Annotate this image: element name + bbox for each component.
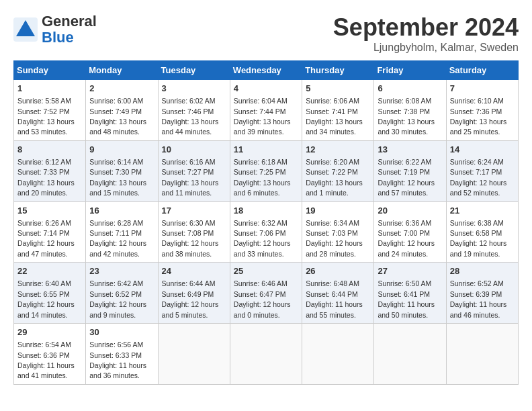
calendar-day-cell: 11Sunrise: 6:18 AM Sunset: 7:25 PM Dayli…	[230, 140, 302, 201]
day-of-week-tuesday: Tuesday	[158, 61, 230, 80]
day-number: 19	[306, 205, 370, 217]
day-info: Sunrise: 6:50 AM Sunset: 6:41 PM Dayligh…	[378, 279, 435, 318]
day-info: Sunrise: 6:44 AM Sunset: 6:49 PM Dayligh…	[162, 279, 219, 318]
calendar-day-cell: 16Sunrise: 6:28 AM Sunset: 7:11 PM Dayli…	[86, 201, 158, 263]
day-info: Sunrise: 6:54 AM Sunset: 6:36 PM Dayligh…	[17, 340, 75, 379]
calendar-day-cell	[302, 324, 374, 385]
calendar-day-cell: 17Sunrise: 6:30 AM Sunset: 7:08 PM Dayli…	[158, 201, 230, 263]
day-of-week-wednesday: Wednesday	[230, 61, 302, 80]
day-info: Sunrise: 6:10 AM Sunset: 7:36 PM Dayligh…	[450, 97, 507, 136]
day-info: Sunrise: 6:24 AM Sunset: 7:17 PM Dayligh…	[450, 158, 507, 197]
calendar-day-cell: 22Sunrise: 6:40 AM Sunset: 6:55 PM Dayli…	[14, 263, 86, 324]
day-info: Sunrise: 5:58 AM Sunset: 7:52 PM Dayligh…	[17, 97, 75, 136]
day-number: 29	[17, 326, 82, 338]
calendar-week-row: 8Sunrise: 6:12 AM Sunset: 7:33 PM Daylig…	[14, 140, 519, 201]
day-number: 9	[89, 144, 154, 156]
day-info: Sunrise: 6:30 AM Sunset: 7:08 PM Dayligh…	[162, 219, 219, 258]
calendar-week-row: 1Sunrise: 5:58 AM Sunset: 7:52 PM Daylig…	[14, 80, 519, 141]
calendar-table: SundayMondayTuesdayWednesdayThursdayFrid…	[13, 60, 519, 385]
calendar-day-cell: 19Sunrise: 6:34 AM Sunset: 7:03 PM Dayli…	[302, 201, 374, 263]
calendar-day-cell	[446, 324, 518, 385]
day-info: Sunrise: 6:26 AM Sunset: 7:14 PM Dayligh…	[17, 219, 75, 258]
day-number: 28	[450, 265, 515, 277]
day-info: Sunrise: 6:18 AM Sunset: 7:25 PM Dayligh…	[234, 158, 291, 197]
day-info: Sunrise: 6:08 AM Sunset: 7:38 PM Dayligh…	[378, 97, 435, 136]
location: Ljungbyholm, Kalmar, Sweden	[333, 42, 519, 54]
calendar-day-cell: 28Sunrise: 6:52 AM Sunset: 6:39 PM Dayli…	[446, 263, 518, 324]
calendar-day-cell: 27Sunrise: 6:50 AM Sunset: 6:41 PM Dayli…	[374, 263, 446, 324]
page-header: General Blue September 2024 Ljungbyholm,…	[13, 13, 519, 54]
day-number: 3	[162, 83, 226, 95]
day-number: 18	[234, 205, 298, 217]
day-number: 20	[378, 205, 442, 217]
day-number: 17	[162, 205, 226, 217]
day-number: 24	[162, 265, 226, 277]
calendar-day-cell: 26Sunrise: 6:48 AM Sunset: 6:44 PM Dayli…	[302, 263, 374, 324]
day-info: Sunrise: 6:12 AM Sunset: 7:33 PM Dayligh…	[17, 158, 75, 197]
day-info: Sunrise: 6:38 AM Sunset: 6:58 PM Dayligh…	[450, 219, 507, 258]
calendar-week-row: 15Sunrise: 6:26 AM Sunset: 7:14 PM Dayli…	[14, 201, 519, 263]
calendar-day-cell: 7Sunrise: 6:10 AM Sunset: 7:36 PM Daylig…	[446, 80, 518, 141]
calendar-day-cell: 6Sunrise: 6:08 AM Sunset: 7:38 PM Daylig…	[374, 80, 446, 141]
day-number: 22	[17, 265, 82, 277]
day-info: Sunrise: 6:16 AM Sunset: 7:27 PM Dayligh…	[162, 158, 219, 197]
day-info: Sunrise: 6:36 AM Sunset: 7:00 PM Dayligh…	[378, 219, 435, 258]
day-number: 27	[378, 265, 442, 277]
day-number: 12	[306, 144, 370, 156]
calendar-day-cell	[158, 324, 230, 385]
day-number: 13	[378, 144, 442, 156]
day-info: Sunrise: 6:06 AM Sunset: 7:41 PM Dayligh…	[306, 97, 363, 136]
calendar-header-row: SundayMondayTuesdayWednesdayThursdayFrid…	[14, 61, 519, 80]
calendar-day-cell: 21Sunrise: 6:38 AM Sunset: 6:58 PM Dayli…	[446, 201, 518, 263]
day-number: 5	[306, 83, 370, 95]
day-of-week-saturday: Saturday	[446, 61, 518, 80]
calendar-day-cell: 8Sunrise: 6:12 AM Sunset: 7:33 PM Daylig…	[14, 140, 86, 201]
calendar-day-cell: 13Sunrise: 6:22 AM Sunset: 7:19 PM Dayli…	[374, 140, 446, 201]
calendar-day-cell: 24Sunrise: 6:44 AM Sunset: 6:49 PM Dayli…	[158, 263, 230, 324]
calendar-week-row: 22Sunrise: 6:40 AM Sunset: 6:55 PM Dayli…	[14, 263, 519, 324]
calendar-day-cell: 15Sunrise: 6:26 AM Sunset: 7:14 PM Dayli…	[14, 201, 86, 263]
calendar-day-cell: 25Sunrise: 6:46 AM Sunset: 6:47 PM Dayli…	[230, 263, 302, 324]
day-number: 30	[89, 326, 154, 338]
day-number: 8	[17, 144, 82, 156]
day-info: Sunrise: 6:22 AM Sunset: 7:19 PM Dayligh…	[378, 158, 435, 197]
calendar-day-cell: 29Sunrise: 6:54 AM Sunset: 6:36 PM Dayli…	[14, 324, 86, 385]
day-info: Sunrise: 6:34 AM Sunset: 7:03 PM Dayligh…	[306, 219, 363, 258]
day-info: Sunrise: 6:04 AM Sunset: 7:44 PM Dayligh…	[234, 97, 291, 136]
calendar-day-cell: 4Sunrise: 6:04 AM Sunset: 7:44 PM Daylig…	[230, 80, 302, 141]
calendar-day-cell: 10Sunrise: 6:16 AM Sunset: 7:27 PM Dayli…	[158, 140, 230, 201]
day-number: 23	[89, 265, 154, 277]
day-of-week-monday: Monday	[86, 61, 158, 80]
generalblue-icon	[13, 17, 38, 42]
logo-general: General	[42, 13, 97, 30]
day-number: 7	[450, 83, 515, 95]
calendar-day-cell	[230, 324, 302, 385]
title-area: September 2024 Ljungbyholm, Kalmar, Swed…	[333, 13, 519, 54]
calendar-day-cell: 9Sunrise: 6:14 AM Sunset: 7:30 PM Daylig…	[86, 140, 158, 201]
day-info: Sunrise: 6:42 AM Sunset: 6:52 PM Dayligh…	[89, 279, 146, 318]
day-of-week-friday: Friday	[374, 61, 446, 80]
day-info: Sunrise: 6:00 AM Sunset: 7:49 PM Dayligh…	[89, 97, 146, 136]
calendar-day-cell	[374, 324, 446, 385]
calendar-day-cell: 5Sunrise: 6:06 AM Sunset: 7:41 PM Daylig…	[302, 80, 374, 141]
day-number: 25	[234, 265, 298, 277]
calendar-day-cell: 12Sunrise: 6:20 AM Sunset: 7:22 PM Dayli…	[302, 140, 374, 201]
day-info: Sunrise: 6:28 AM Sunset: 7:11 PM Dayligh…	[89, 219, 146, 258]
day-of-week-thursday: Thursday	[302, 61, 374, 80]
calendar-day-cell: 3Sunrise: 6:02 AM Sunset: 7:46 PM Daylig…	[158, 80, 230, 141]
day-info: Sunrise: 6:48 AM Sunset: 6:44 PM Dayligh…	[306, 279, 363, 318]
day-of-week-sunday: Sunday	[14, 61, 86, 80]
calendar-day-cell: 18Sunrise: 6:32 AM Sunset: 7:06 PM Dayli…	[230, 201, 302, 263]
day-number: 15	[17, 205, 82, 217]
logo: General Blue	[13, 13, 97, 46]
day-info: Sunrise: 6:56 AM Sunset: 6:33 PM Dayligh…	[89, 340, 146, 379]
day-info: Sunrise: 6:52 AM Sunset: 6:39 PM Dayligh…	[450, 279, 507, 318]
day-number: 21	[450, 205, 515, 217]
calendar-day-cell: 1Sunrise: 5:58 AM Sunset: 7:52 PM Daylig…	[14, 80, 86, 141]
day-number: 16	[89, 205, 154, 217]
day-number: 1	[17, 83, 82, 95]
day-info: Sunrise: 6:46 AM Sunset: 6:47 PM Dayligh…	[234, 279, 291, 318]
day-number: 14	[450, 144, 515, 156]
month-title: September 2024	[333, 13, 519, 42]
day-info: Sunrise: 6:02 AM Sunset: 7:46 PM Dayligh…	[162, 97, 219, 136]
